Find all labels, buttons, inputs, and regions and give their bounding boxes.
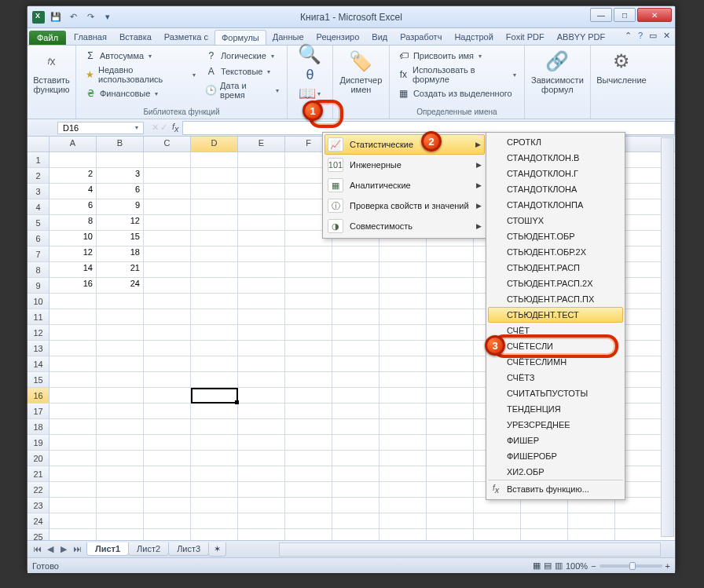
cell-E7[interactable] xyxy=(238,247,285,261)
cell-B15[interactable] xyxy=(97,372,144,387)
cell-E25[interactable] xyxy=(238,529,285,540)
cell-C8[interactable] xyxy=(144,262,191,277)
cell-B23[interactable] xyxy=(97,498,144,513)
ribbon-tab-7[interactable]: Разработч xyxy=(394,30,448,45)
help-icon[interactable]: ? xyxy=(638,31,643,41)
cell-C2[interactable] xyxy=(144,168,191,183)
cell-J25[interactable] xyxy=(474,529,521,540)
stat-function-item[interactable]: СТАНДОТКЛОН.В xyxy=(488,150,623,166)
cell-B4[interactable]: 9 xyxy=(97,199,144,214)
ribbon-tab-10[interactable]: ABBYY PDF xyxy=(551,30,612,45)
stat-function-item[interactable]: СТЬЮДЕНТ.РАСП.2Х xyxy=(488,276,623,291)
cell-A2[interactable]: 2 xyxy=(50,168,97,183)
sheet-first-icon[interactable]: ⏮ xyxy=(31,544,43,554)
cell-I14[interactable] xyxy=(427,356,474,371)
cell-A15[interactable] xyxy=(50,372,97,387)
cell-D4[interactable] xyxy=(191,199,238,214)
cell-H9[interactable] xyxy=(380,278,427,293)
sheet-tab-1[interactable]: Лист2 xyxy=(128,542,169,556)
cell-A3[interactable]: 4 xyxy=(50,184,97,199)
cell-E5[interactable] xyxy=(238,215,285,230)
cell-E8[interactable] xyxy=(238,262,285,277)
cell-B8[interactable]: 21 xyxy=(97,262,144,277)
cell-A4[interactable]: 6 xyxy=(50,199,97,214)
cell-F20[interactable] xyxy=(285,451,332,466)
cell-A9[interactable]: 16 xyxy=(50,278,97,293)
redo-icon[interactable]: ↷ xyxy=(82,9,98,25)
cell-D20[interactable] xyxy=(191,451,238,466)
col-header-E[interactable]: E xyxy=(238,137,285,152)
cell-B3[interactable]: 6 xyxy=(97,184,144,199)
cell-G20[interactable] xyxy=(332,451,380,466)
cell-B17[interactable] xyxy=(97,404,144,418)
text-button[interactable]: AТекстовые▾ xyxy=(202,64,282,79)
cell-E21[interactable] xyxy=(238,466,285,481)
zoom-slider[interactable] xyxy=(600,564,662,568)
cell-B9[interactable]: 24 xyxy=(97,278,144,293)
cell-F11[interactable] xyxy=(285,309,332,324)
chevron-down-icon[interactable]: ▾ xyxy=(135,124,138,131)
cell-G14[interactable] xyxy=(332,356,380,371)
cell-D6[interactable] xyxy=(191,231,238,246)
cell-F22[interactable] xyxy=(285,482,332,497)
cell-A25[interactable] xyxy=(50,529,97,540)
cancel-formula-icon[interactable]: ✕ xyxy=(152,122,159,133)
stat-function-item[interactable]: СТЬЮДЕНТ.РАСП.ПХ xyxy=(488,291,623,307)
cell-D25[interactable] xyxy=(191,529,238,540)
row-header-11[interactable]: 11 xyxy=(28,309,50,324)
cell-G22[interactable] xyxy=(332,482,380,497)
more-menu-item-2[interactable]: ▦Аналитические▶ xyxy=(324,175,485,195)
cell-B25[interactable] xyxy=(97,529,144,540)
sheet-tab-0[interactable]: Лист1 xyxy=(86,542,129,556)
row-header-14[interactable]: 14 xyxy=(28,356,50,371)
cell-H25[interactable] xyxy=(380,529,427,540)
cell-B2[interactable]: 3 xyxy=(97,168,144,183)
cell-I13[interactable] xyxy=(427,341,474,356)
cell-D11[interactable] xyxy=(191,309,238,324)
cell-C21[interactable] xyxy=(144,466,191,481)
cell-G25[interactable] xyxy=(332,529,380,540)
cell-I19[interactable] xyxy=(427,435,474,450)
ribbon-tab-1[interactable]: Вставка xyxy=(113,30,158,45)
select-all-corner[interactable] xyxy=(28,137,50,152)
row-header-18[interactable]: 18 xyxy=(28,419,50,434)
cell-D3[interactable] xyxy=(191,184,238,199)
cell-G11[interactable] xyxy=(332,309,380,324)
cell-I23[interactable] xyxy=(427,498,474,513)
zoom-thumb[interactable] xyxy=(629,562,636,570)
row-header-10[interactable]: 10 xyxy=(28,294,50,309)
col-header-C[interactable]: C xyxy=(144,137,191,152)
sheet-next-icon[interactable]: ▶ xyxy=(57,544,70,554)
stat-function-item[interactable]: СТОШYX xyxy=(488,213,623,228)
cell-C19[interactable] xyxy=(144,435,191,450)
cell-D16[interactable] xyxy=(191,388,238,403)
cell-A8[interactable]: 14 xyxy=(50,262,97,277)
cell-G15[interactable] xyxy=(332,372,380,387)
stat-function-item[interactable]: УРЕЗСРЕДНЕЕ xyxy=(488,417,623,433)
stat-function-item[interactable]: СТЬЮДЕНТ.ОБР.2Х xyxy=(488,244,623,260)
more-menu-item-3[interactable]: ⓘПроверка свойств и значений▶ xyxy=(324,195,485,216)
view-normal-icon[interactable]: ▦ xyxy=(533,561,541,571)
cell-I25[interactable] xyxy=(427,529,474,540)
cell-F12[interactable] xyxy=(285,325,332,340)
use-in-formula-button[interactable]: fxИспользовать в формуле▾ xyxy=(394,64,519,85)
cell-F7[interactable] xyxy=(285,247,332,261)
cell-F15[interactable] xyxy=(285,372,332,387)
cell-E6[interactable] xyxy=(238,231,285,246)
save-icon[interactable]: 💾 xyxy=(48,9,64,25)
insert-function-button[interactable]: fx Вставить функцию xyxy=(31,47,72,96)
vertical-scrollbar[interactable] xyxy=(661,137,674,537)
cell-A16[interactable] xyxy=(50,388,97,403)
cell-G24[interactable] xyxy=(332,513,380,528)
logical-button[interactable]: ?Логические▾ xyxy=(202,49,282,63)
cell-C7[interactable] xyxy=(144,247,191,261)
cell-A5[interactable]: 8 xyxy=(50,215,97,230)
col-header-B[interactable]: B xyxy=(97,137,144,152)
row-header-25[interactable]: 25 xyxy=(28,529,50,540)
cell-D10[interactable] xyxy=(191,294,238,309)
row-header-9[interactable]: 9 xyxy=(28,278,50,293)
cell-F13[interactable] xyxy=(285,341,332,356)
cell-C24[interactable] xyxy=(144,513,191,528)
cell-D22[interactable] xyxy=(191,482,238,497)
view-page-break-icon[interactable]: ▥ xyxy=(555,561,563,571)
